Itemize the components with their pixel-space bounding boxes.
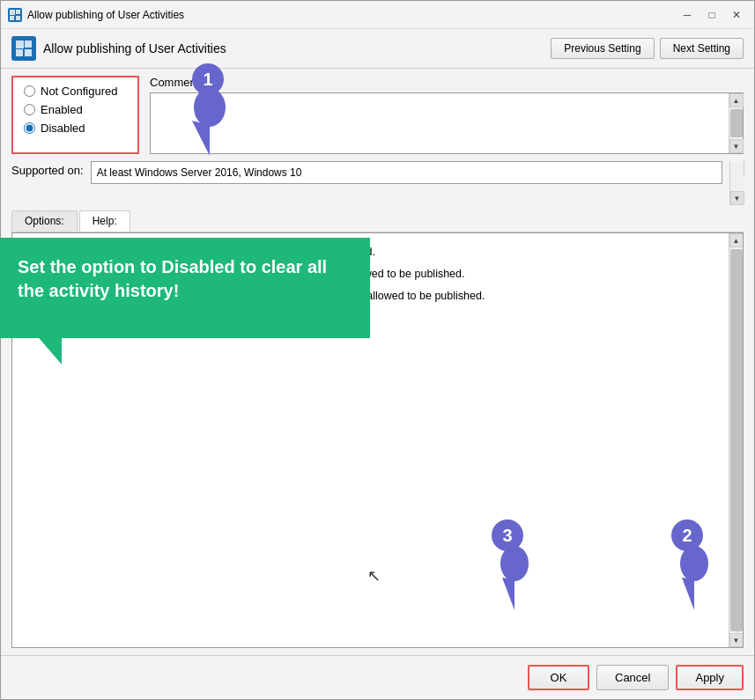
- disabled-option[interactable]: Disabled: [24, 122, 127, 135]
- title-bar-controls: ─ □ ✕: [677, 7, 747, 23]
- window-icon: [8, 8, 22, 22]
- close-button[interactable]: ✕: [726, 7, 747, 23]
- comment-box: ▲ ▼: [150, 92, 744, 154]
- supported-on-text: At least Windows Server 2016, Windows 10: [97, 166, 302, 179]
- ok-button[interactable]: OK: [528, 665, 589, 690]
- scroll-up-arrow[interactable]: ▲: [729, 93, 744, 107]
- svg-rect-7: [25, 49, 32, 56]
- comment-label: Comment:: [150, 76, 744, 89]
- tab-options[interactable]: Options:: [11, 210, 78, 232]
- header-title: Allow publishing of User Activities: [43, 41, 226, 55]
- enabled-radio[interactable]: [24, 104, 35, 115]
- desc-scrollbar[interactable]: ▲ ▼: [729, 233, 743, 647]
- svg-rect-2: [10, 16, 14, 20]
- svg-rect-5: [25, 41, 32, 48]
- maximize-button[interactable]: □: [701, 7, 722, 23]
- comment-scrollbar[interactable]: ▲ ▼: [729, 93, 743, 153]
- comment-textarea[interactable]: [151, 93, 729, 153]
- supported-on-value: At least Windows Server 2016, Windows 10: [91, 161, 722, 184]
- tab-help[interactable]: Help:: [79, 210, 130, 232]
- desc-para-3: If you disable this policy setting, acti…: [26, 288, 714, 305]
- apply-button[interactable]: Apply: [676, 665, 744, 690]
- header-bar: Allow publishing of User Activities Prev…: [1, 29, 754, 69]
- cancel-button[interactable]: Cancel: [596, 665, 669, 690]
- supported-scroll-down[interactable]: ▼: [730, 191, 744, 205]
- enabled-option[interactable]: Enabled: [24, 103, 127, 116]
- svg-rect-0: [10, 10, 15, 15]
- supported-on-row: Supported on: At least Windows Server 20…: [11, 161, 744, 205]
- desc-para-4: Policy change takes effect immediately.: [26, 309, 714, 326]
- header-left: Allow publishing of User Activities: [11, 36, 226, 61]
- title-bar-left: Allow publishing of User Activities: [8, 8, 184, 22]
- description-section: This policy setting determines whether U…: [11, 232, 744, 648]
- comment-area: Comment: ▲ ▼: [150, 76, 744, 154]
- enabled-label: Enabled: [41, 103, 83, 116]
- content-area: Not Configured Enabled Disabled Comment:: [1, 69, 754, 655]
- scroll-thumb[interactable]: [730, 109, 743, 137]
- footer: OK Cancel Apply: [1, 655, 754, 699]
- svg-rect-3: [16, 16, 20, 20]
- title-bar-text: Allow publishing of User Activities: [27, 9, 184, 21]
- disabled-label: Disabled: [41, 122, 85, 135]
- scroll-down-arrow[interactable]: ▼: [729, 139, 744, 153]
- desc-scroll-thumb[interactable]: [730, 249, 743, 631]
- previous-setting-button[interactable]: Previous Setting: [551, 38, 654, 59]
- top-section: Not Configured Enabled Disabled Comment:: [11, 76, 744, 154]
- svg-rect-6: [16, 49, 23, 56]
- svg-rect-1: [16, 10, 20, 14]
- header-buttons: Previous Setting Next Setting: [551, 38, 744, 59]
- desc-para-2: If you enable this policy setting, activ…: [26, 266, 714, 283]
- supported-scrollbar: [729, 161, 744, 184]
- desc-scroll-up[interactable]: ▲: [729, 233, 744, 247]
- title-bar: Allow publishing of User Activities ─ □ …: [1, 1, 754, 29]
- main-window: Allow publishing of User Activities ─ □ …: [0, 0, 755, 700]
- not-configured-label: Not Configured: [41, 85, 117, 98]
- desc-scroll-down[interactable]: ▼: [729, 633, 744, 647]
- next-setting-button[interactable]: Next Setting: [660, 38, 744, 59]
- desc-para-1: This policy setting determines whether U…: [26, 244, 714, 261]
- not-configured-option[interactable]: Not Configured: [24, 85, 127, 98]
- svg-rect-4: [16, 41, 24, 48]
- description-content: This policy setting determines whether U…: [12, 233, 729, 647]
- not-configured-radio[interactable]: [24, 85, 35, 97]
- minimize-button[interactable]: ─: [677, 7, 698, 23]
- supported-on-label: Supported on:: [11, 161, 84, 177]
- tabs-bar: Options: Help:: [11, 210, 744, 232]
- options-panel: Not Configured Enabled Disabled: [11, 76, 139, 154]
- disabled-radio[interactable]: [24, 122, 35, 134]
- header-icon: [11, 36, 36, 61]
